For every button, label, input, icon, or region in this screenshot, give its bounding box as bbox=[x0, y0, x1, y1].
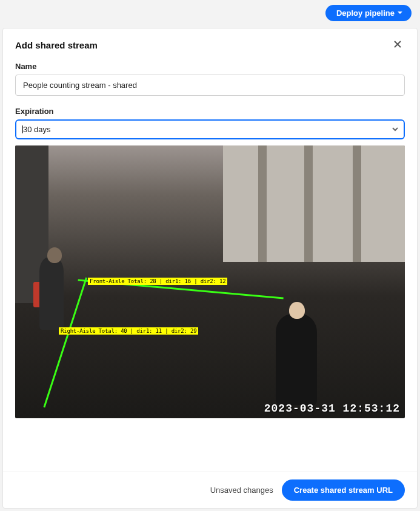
deploy-pipeline-label: Deploy pipeline bbox=[336, 8, 395, 18]
right-aisle-annotation: Right-Aisle Total: 40 | dir1: 11 | dir2:… bbox=[59, 327, 198, 335]
add-shared-stream-modal: Add shared stream Name Expiration 30 day… bbox=[2, 28, 418, 509]
expiration-select[interactable]: 30 days bbox=[15, 119, 405, 139]
topbar: Deploy pipeline bbox=[0, 0, 420, 25]
video-timestamp: 2023-03-31 12:53:12 bbox=[264, 402, 400, 415]
deploy-pipeline-button[interactable]: Deploy pipeline bbox=[325, 5, 412, 21]
name-label: Name bbox=[15, 62, 405, 71]
modal-footer: Unsaved changes Create shared stream URL bbox=[3, 472, 417, 508]
name-input[interactable] bbox=[15, 75, 405, 96]
unsaved-changes-text: Unsaved changes bbox=[210, 486, 273, 495]
close-icon bbox=[393, 42, 402, 51]
expiration-value: 30 days bbox=[23, 125, 51, 134]
svg-line-1 bbox=[44, 278, 87, 407]
modal-header: Add shared stream bbox=[3, 28, 417, 53]
chevron-down-icon bbox=[397, 8, 403, 18]
front-aisle-annotation: Front-Aisle Total: 28 | dir1: 16 | dir2:… bbox=[88, 278, 227, 285]
video-preview: Front-Aisle Total: 28 | dir1: 16 | dir2:… bbox=[15, 145, 405, 418]
create-shared-stream-button[interactable]: Create shared stream URL bbox=[282, 479, 405, 501]
modal-body: Name Expiration 30 days bbox=[3, 53, 417, 472]
close-button[interactable] bbox=[390, 37, 405, 53]
modal-title: Add shared stream bbox=[15, 40, 98, 50]
expiration-label: Expiration bbox=[15, 107, 405, 116]
